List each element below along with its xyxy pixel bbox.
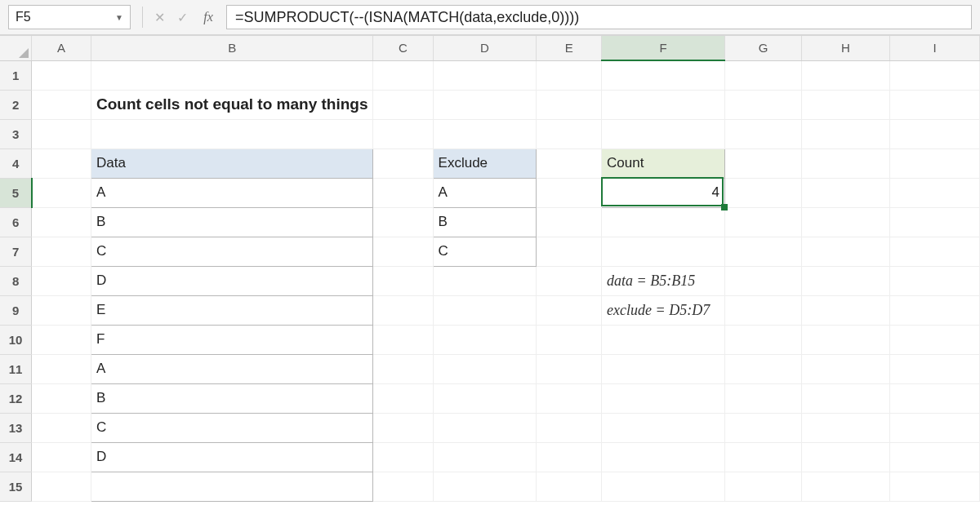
- cell-E10[interactable]: [537, 325, 602, 354]
- cell-C7[interactable]: [373, 237, 433, 266]
- cell-C6[interactable]: [373, 207, 433, 237]
- cell-H9[interactable]: [802, 295, 890, 325]
- cell-F8[interactable]: data = B5:B15: [602, 266, 725, 295]
- cell-A11[interactable]: [32, 354, 91, 383]
- cell-E2[interactable]: [537, 90, 602, 119]
- cell-B11[interactable]: A: [91, 354, 373, 383]
- cell-I14[interactable]: [889, 442, 979, 472]
- fx-icon[interactable]: fx: [194, 10, 223, 24]
- row-header-10[interactable]: 10: [0, 325, 32, 354]
- cell-C9[interactable]: [373, 295, 433, 325]
- cell-C3[interactable]: [373, 119, 433, 148]
- cell-C5[interactable]: [373, 178, 433, 207]
- cell-H6[interactable]: [802, 207, 890, 237]
- chevron-down-icon[interactable]: ▼: [115, 13, 123, 22]
- cell-E8[interactable]: [537, 266, 602, 295]
- cell-A13[interactable]: [32, 413, 91, 442]
- cell-H8[interactable]: [802, 266, 890, 295]
- cell-G5[interactable]: [724, 178, 801, 207]
- cell-E15[interactable]: [537, 472, 602, 501]
- cell-H5[interactable]: [802, 178, 890, 207]
- cell-E9[interactable]: [537, 295, 602, 325]
- cell-I10[interactable]: [889, 325, 979, 354]
- cell-F6[interactable]: [602, 207, 725, 237]
- cell-H14[interactable]: [802, 442, 890, 472]
- cell-C8[interactable]: [373, 266, 433, 295]
- cell-I11[interactable]: [889, 354, 979, 383]
- cell-C11[interactable]: [373, 354, 433, 383]
- cell-I7[interactable]: [889, 237, 979, 266]
- cell-A12[interactable]: [32, 383, 91, 413]
- cancel-icon[interactable]: ✕: [148, 10, 171, 25]
- cell-E12[interactable]: [537, 383, 602, 413]
- cell-A2[interactable]: [32, 90, 91, 119]
- spreadsheet-grid[interactable]: ABCDEFGHI12Count cells not equal to many…: [0, 36, 980, 514]
- cell-F7[interactable]: [602, 237, 725, 266]
- cell-D14[interactable]: [433, 442, 537, 472]
- cell-C10[interactable]: [373, 325, 433, 354]
- col-header-E[interactable]: E: [537, 36, 602, 60]
- row-header-14[interactable]: 14: [0, 442, 32, 472]
- row-header-8[interactable]: 8: [0, 266, 32, 295]
- cell-D4[interactable]: Exclude: [433, 148, 537, 178]
- cell-D15[interactable]: [433, 472, 537, 501]
- cell-D2[interactable]: [433, 90, 537, 119]
- cell-I4[interactable]: [889, 148, 979, 178]
- cell-G13[interactable]: [724, 413, 801, 442]
- cell-G6[interactable]: [724, 207, 801, 237]
- col-header-B[interactable]: B: [91, 36, 373, 60]
- cell-F13[interactable]: [602, 413, 725, 442]
- cell-E6[interactable]: [537, 207, 602, 237]
- row-header-9[interactable]: 9: [0, 295, 32, 325]
- cell-B13[interactable]: C: [91, 413, 373, 442]
- cell-E5[interactable]: [537, 178, 602, 207]
- row-header-12[interactable]: 12: [0, 383, 32, 413]
- cell-F11[interactable]: [602, 354, 725, 383]
- col-header-G[interactable]: G: [724, 36, 801, 60]
- cell-H2[interactable]: [802, 90, 890, 119]
- cell-I15[interactable]: [889, 472, 979, 501]
- cell-D9[interactable]: [433, 295, 537, 325]
- cell-B7[interactable]: C: [91, 237, 373, 266]
- cell-B14[interactable]: D: [91, 442, 373, 472]
- cell-I3[interactable]: [889, 119, 979, 148]
- cell-F15[interactable]: [602, 472, 725, 501]
- cell-H12[interactable]: [802, 383, 890, 413]
- cell-C13[interactable]: [373, 413, 433, 442]
- cell-I9[interactable]: [889, 295, 979, 325]
- cell-B8[interactable]: D: [91, 266, 373, 295]
- row-header-6[interactable]: 6: [0, 207, 32, 237]
- cell-I13[interactable]: [889, 413, 979, 442]
- cell-B6[interactable]: B: [91, 207, 373, 237]
- cell-A6[interactable]: [32, 207, 91, 237]
- cell-E1[interactable]: [537, 60, 602, 90]
- cell-F1[interactable]: [602, 60, 725, 90]
- row-header-3[interactable]: 3: [0, 119, 32, 148]
- cell-E7[interactable]: [537, 237, 602, 266]
- cell-E11[interactable]: [537, 354, 602, 383]
- row-header-2[interactable]: 2: [0, 90, 32, 119]
- row-header-15[interactable]: 15: [0, 472, 32, 501]
- cell-F10[interactable]: [602, 325, 725, 354]
- col-header-C[interactable]: C: [373, 36, 433, 60]
- cell-H13[interactable]: [802, 413, 890, 442]
- cell-I6[interactable]: [889, 207, 979, 237]
- row-header-1[interactable]: 1: [0, 60, 32, 90]
- cell-G15[interactable]: [724, 472, 801, 501]
- cell-G12[interactable]: [724, 383, 801, 413]
- cell-H10[interactable]: [802, 325, 890, 354]
- cell-B12[interactable]: B: [91, 383, 373, 413]
- formula-input[interactable]: =SUMPRODUCT(--(ISNA(MATCH(data,exclude,0…: [226, 5, 972, 29]
- cell-B15[interactable]: [91, 472, 373, 501]
- cell-D11[interactable]: [433, 354, 537, 383]
- cell-D13[interactable]: [433, 413, 537, 442]
- cell-E13[interactable]: [537, 413, 602, 442]
- cell-D6[interactable]: B: [433, 207, 537, 237]
- cell-G2[interactable]: [724, 90, 801, 119]
- cell-E3[interactable]: [537, 119, 602, 148]
- cell-F12[interactable]: [602, 383, 725, 413]
- cell-H1[interactable]: [802, 60, 890, 90]
- cell-I8[interactable]: [889, 266, 979, 295]
- cell-D12[interactable]: [433, 383, 537, 413]
- cell-C12[interactable]: [373, 383, 433, 413]
